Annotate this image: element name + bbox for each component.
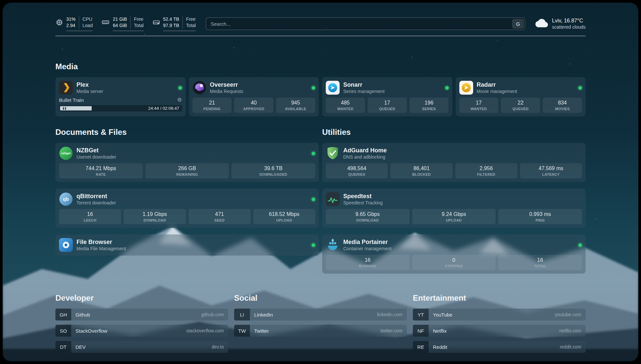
bookmark-name: Reddit [429, 341, 447, 353]
nzbget-card[interactable]: nzbget NZBGet Usenet downloader 744.21 M… [55, 143, 319, 182]
bookmark-abbr: YT [413, 309, 429, 320]
nzbget-icon: nzbget [59, 146, 73, 160]
bookmark-dev[interactable]: DT DEV dev.to [55, 341, 228, 353]
bookmark-url: reddit.com [560, 341, 586, 353]
cpu-progress-bar [66, 30, 93, 31]
qbittorrent-icon: qb [59, 192, 73, 206]
section-title: Entertainment [413, 293, 586, 303]
bookmark-linkedin[interactable]: LI LinkedIn linkedin.com [234, 309, 407, 320]
service-name: Speedtest [343, 193, 383, 200]
stat-upload: 618.52 MbpsUPLOAD [253, 209, 315, 224]
sonarr-card[interactable]: Sonarr Series management 485WANTED 17QUE… [322, 77, 452, 116]
stat-download: 9.65 GbpsDOWNLOAD [326, 209, 410, 224]
disk-total: 97.9 TB [163, 22, 183, 29]
bookmark-url: dev.to [212, 341, 228, 353]
radarr-card[interactable]: Radarr Movie management 17WANTED 22QUEUE… [456, 77, 586, 116]
portainer-icon [326, 238, 340, 252]
status-dot [578, 243, 582, 247]
stat-remaining: 266 GBREMAINING [145, 163, 229, 178]
system-resources: 31% CPU 2.94 Load 21 GiB Free 64 GiB [55, 16, 196, 31]
service-name: NZBGet [76, 147, 116, 154]
bookmark-github[interactable]: GH Github github.com [55, 309, 228, 320]
adguard-card[interactable]: AdGuard Home DNS and adblocking 498,564Q… [322, 143, 586, 182]
portainer-card[interactable]: Media Portainer Container management 16R… [322, 234, 586, 274]
memory-total: 64 GiB [113, 22, 130, 29]
weather-condition: scattered clouds [552, 24, 586, 30]
service-subtitle: Media Requests [210, 88, 243, 94]
section-title: Media [55, 62, 586, 71]
service-name: Radarr [477, 81, 517, 88]
bookmark-abbr: DT [55, 341, 71, 353]
search-box: G [206, 17, 525, 30]
bookmark-reddit[interactable]: RE Reddit reddit.com [413, 341, 586, 353]
stat-total: 16TOTAL [498, 255, 582, 270]
qbittorrent-card[interactable]: qb qBittorrent Torrent downloader 16LEEC… [55, 189, 319, 228]
search-input[interactable] [206, 17, 525, 30]
search-provider-button[interactable]: G [512, 19, 524, 29]
section-utilities: Utilities AdGuard Home DNS and adblockin… [322, 128, 586, 274]
stat-series: 196SERIES [410, 98, 449, 113]
cloud-icon [535, 18, 548, 30]
service-name: File Browser [76, 238, 126, 246]
service-name: qBittorrent [76, 193, 116, 200]
bookmark-abbr: RE [413, 341, 429, 353]
service-name: Plex [76, 81, 103, 88]
bookmark-name: LinkedIn [250, 309, 273, 320]
bookmark-netflix[interactable]: NF Netflix netflix.com [413, 325, 586, 337]
service-name: Overseerr [210, 81, 243, 88]
gear-icon[interactable]: ⚙ [177, 97, 182, 103]
bookmark-name: Netflix [429, 325, 447, 337]
speedtest-icon [326, 192, 340, 206]
stat-movies: 834MOVIES [543, 98, 582, 113]
plex-card[interactable]: Plex Media server Bullet Train ⚙ 24:44 /… [55, 77, 186, 116]
stat-pending: 21PENDING [193, 98, 232, 113]
bookmark-abbr: SO [55, 325, 71, 337]
bookmark-twitter[interactable]: TW Twitter twitter.com [234, 325, 407, 337]
filebrowser-icon [59, 238, 73, 252]
service-subtitle: Speedtest Tracking [343, 200, 383, 206]
playback-bar: 24:44 / 02:06:47 [59, 105, 182, 111]
bookmark-name: StackOverflow [71, 325, 107, 337]
stat-approved: 40APPROVED [234, 98, 273, 113]
section-media: Media Plex Media server Bullet [55, 62, 586, 116]
plex-icon [59, 81, 73, 95]
bookmark-stackoverflow[interactable]: SO StackOverflow stackoverflow.com [55, 325, 228, 337]
section-title: Documents & Files [55, 128, 319, 137]
status-dot [312, 243, 315, 247]
weather-location: Lviv, 16.87°C [552, 17, 586, 24]
section-title: Utilities [322, 128, 586, 137]
bookmark-name: DEV [71, 341, 86, 353]
memory-progress-bar [113, 30, 143, 31]
pause-icon[interactable] [60, 106, 69, 110]
speedtest-card[interactable]: Speedtest Speedtest Tracking 9.65 GbpsDO… [322, 189, 586, 228]
cpu-percent: 31% [66, 16, 79, 22]
status-dot [445, 86, 449, 90]
memory-widget: 21 GiB Free 64 GiB Total [101, 16, 143, 31]
overseerr-card[interactable]: Overseerr Media Requests 21PENDING 40APP… [189, 77, 319, 116]
disk-icon [152, 18, 160, 26]
service-subtitle: Series management [343, 88, 384, 94]
stat-wanted: 485WANTED [326, 98, 365, 113]
stat-running: 16RUNNING [326, 255, 410, 270]
bookmark-youtube[interactable]: YT YouTube youtube.com [413, 309, 586, 320]
stat-queries: 498,564QUERIES [326, 163, 388, 178]
stat-download: 1.19 GbpsDOWNLOAD [124, 209, 186, 224]
cpu-icon [55, 18, 63, 26]
disk-widget: 52.4 TB Free 97.9 TB Total [152, 16, 196, 31]
memory-free-label: Free [130, 16, 144, 22]
service-name: Media Portainer [343, 238, 391, 246]
weather-widget: Lviv, 16.87°C scattered clouds [535, 17, 586, 30]
service-name: Sonarr [343, 81, 384, 88]
status-dot [178, 86, 182, 90]
stat-available: 945AVAILABLE [276, 98, 315, 113]
header-divider [55, 36, 586, 36]
cpu-widget: 31% CPU 2.94 Load [55, 16, 93, 31]
section-title: Social [234, 293, 407, 303]
disk-progress-bar [163, 30, 196, 31]
stat-downloaded: 39.6 TBDOWNLOADED [231, 163, 315, 178]
bookmarks-developer: Developer GH Github github.com SO StackO… [55, 293, 228, 357]
service-subtitle: Media server [76, 88, 103, 94]
stat-stopped: 0STOPPED [412, 255, 496, 270]
filebrowser-card[interactable]: File Browser Media File Management [55, 234, 319, 256]
service-subtitle: Movie management [477, 88, 517, 94]
